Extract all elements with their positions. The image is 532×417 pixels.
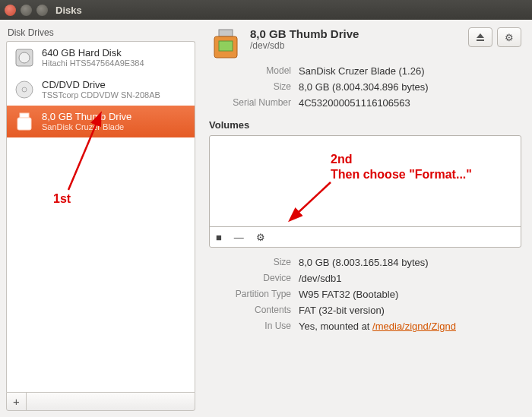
svg-rect-9 <box>477 39 484 41</box>
volume-box: ■ — ⚙ <box>209 135 521 248</box>
drive-subtitle: TSSTcorp CDDVDW SN-208AB <box>42 90 188 100</box>
svg-rect-6 <box>219 30 233 36</box>
sidebar: Disk Drives 640 GB Hard Disk Hitachi HTS… <box>0 20 201 417</box>
value-vdevice: /dev/sdb1 <box>299 273 521 284</box>
minimize-icon[interactable] <box>21 5 32 16</box>
svg-rect-5 <box>17 118 31 130</box>
mount-link[interactable]: /media/zignd/Zignd <box>372 321 456 332</box>
drive-title: 8,0 GB Thumb Drive <box>42 111 188 123</box>
close-icon[interactable] <box>5 5 16 16</box>
label-serial: Serial Number <box>209 97 299 109</box>
label-model: Model <box>209 65 299 77</box>
usb-icon <box>13 110 36 133</box>
svg-rect-8 <box>219 41 233 51</box>
add-button[interactable]: + <box>7 393 27 410</box>
volumes-heading: Volumes <box>209 119 521 131</box>
volume-toolbar: ■ — ⚙ <box>210 227 521 247</box>
device-title: 8,0 GB Thumb Drive <box>250 27 461 40</box>
drive-subtitle: SanDisk Cruzer Blade <box>42 122 188 132</box>
titlebar: Disks <box>0 0 532 20</box>
main-panel: 8,0 GB Thumb Drive /dev/sdb ⚙ ModelSanDi… <box>201 20 532 417</box>
label-contents: Contents <box>209 305 299 316</box>
sidebar-heading: Disk Drives <box>8 27 195 38</box>
drive-settings-button[interactable]: ⚙ <box>497 27 521 47</box>
svg-point-1 <box>19 52 30 63</box>
label-size: Size <box>209 81 299 93</box>
drive-item-thumb[interactable]: 8,0 GB Thumb Drive SanDisk Cruzer Blade <box>7 106 195 137</box>
drive-subtitle: Hitachi HTS547564A9E384 <box>42 58 188 68</box>
value-ptype: W95 FAT32 (Bootable) <box>299 289 521 300</box>
gear-icon: ⚙ <box>505 32 514 43</box>
drive-title: 640 GB Hard Disk <box>42 47 188 59</box>
drive-item-optical[interactable]: CD/DVD Drive TSSTcorp CDDVDW SN-208AB <box>7 74 195 106</box>
volume-graph[interactable] <box>210 136 521 227</box>
inuse-prefix: Yes, mounted at <box>299 321 372 332</box>
remove-button[interactable]: — <box>234 232 244 243</box>
device-icon <box>209 27 242 61</box>
window-title: Disks <box>55 5 82 16</box>
value-model: SanDisk Cruzer Blade (1.26) <box>299 65 521 77</box>
label-vsize: Size <box>209 257 299 268</box>
label-inuse: In Use <box>209 321 299 332</box>
value-contents: FAT (32-bit version) <box>299 305 521 316</box>
label-ptype: Partition Type <box>209 289 299 300</box>
list-toolbar: + <box>6 392 195 411</box>
hdd-icon <box>13 46 36 69</box>
value-vsize: 8,0 GB (8.003.165.184 bytes) <box>299 257 521 268</box>
drive-item-hdd[interactable]: 640 GB Hard Disk Hitachi HTS547564A9E384 <box>7 42 195 74</box>
value-inuse: Yes, mounted at /media/zignd/Zignd <box>299 321 521 332</box>
drive-title: CD/DVD Drive <box>42 79 188 91</box>
value-size: 8,0 GB (8.004.304.896 bytes) <box>299 81 521 93</box>
cd-icon <box>13 78 36 101</box>
label-vdevice: Device <box>209 273 299 284</box>
drive-list: 640 GB Hard Disk Hitachi HTS547564A9E384… <box>6 41 195 392</box>
eject-button[interactable] <box>468 27 492 47</box>
stop-button[interactable]: ■ <box>216 232 222 243</box>
maximize-icon[interactable] <box>36 5 48 16</box>
svg-rect-4 <box>20 113 29 118</box>
svg-point-3 <box>22 87 27 92</box>
device-path: /dev/sdb <box>250 40 461 51</box>
value-serial: 4C532000051116106563 <box>299 97 521 109</box>
volume-settings-button[interactable]: ⚙ <box>256 232 265 243</box>
